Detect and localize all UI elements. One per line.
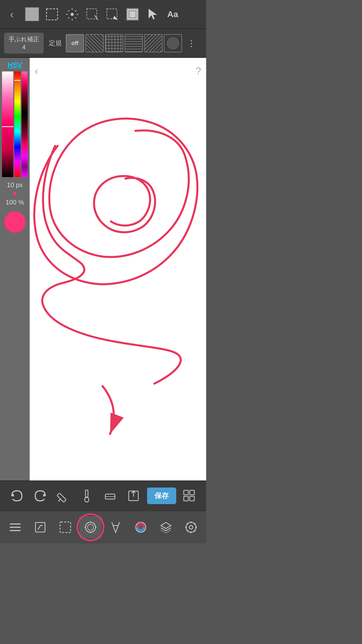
saturation-picker[interactable] [2, 71, 13, 177]
eraser-nav-button[interactable] [79, 516, 102, 539]
svg-point-67 [194, 530, 195, 532]
svg-line-5 [68, 10, 69, 11]
pen-nav-button[interactable] [104, 516, 127, 539]
ruler-off-label: off [71, 40, 78, 47]
svg-rect-37 [184, 496, 188, 501]
svg-point-56 [139, 525, 143, 529]
share-button[interactable] [124, 486, 144, 506]
hue-picker[interactable] [14, 71, 20, 177]
selection-tool[interactable] [43, 6, 61, 23]
svg-point-63 [195, 527, 197, 528]
svg-line-52 [116, 522, 119, 533]
svg-point-20 [170, 41, 175, 46]
save-button[interactable]: 保存 [147, 488, 176, 504]
stabilizer-label: 手ぶれ補正 4 [9, 36, 39, 50]
bottom-action-bar: 保存 [0, 480, 206, 511]
bottom-nav-bar [0, 511, 206, 543]
svg-rect-0 [47, 9, 58, 20]
more-ruler-options-button[interactable]: ⋮ [185, 38, 198, 48]
left-sidebar: HSV 10 px 100 % [0, 58, 30, 480]
lasso-tool[interactable] [104, 6, 121, 23]
svg-line-11 [95, 15, 98, 20]
svg-rect-38 [190, 496, 194, 501]
opacity-label: 100 % [6, 198, 24, 206]
back-button[interactable]: ‹ [3, 6, 21, 23]
svg-rect-36 [190, 490, 194, 495]
transform-tool[interactable] [83, 6, 101, 23]
svg-point-9 [71, 13, 74, 16]
ruler-off-button[interactable]: off [66, 34, 84, 52]
brush-preview [13, 192, 17, 195]
ruler-circle-button[interactable] [164, 34, 182, 52]
svg-rect-35 [184, 490, 188, 495]
color-swatch[interactable] [23, 6, 41, 23]
canvas-help-button[interactable]: ? [196, 65, 201, 77]
svg-rect-42 [35, 522, 45, 532]
ruler-grid-button[interactable] [105, 34, 123, 52]
hsv-label[interactable]: HSV [8, 61, 22, 69]
color-pickers [2, 71, 28, 177]
svg-rect-16 [129, 11, 135, 17]
svg-line-53 [112, 522, 116, 533]
svg-point-19 [169, 39, 177, 47]
svg-point-61 [190, 532, 192, 533]
canvas-back-button[interactable]: ‹ [35, 65, 38, 77]
svg-point-21 [172, 42, 174, 44]
menu-button[interactable] [4, 516, 26, 539]
grid-view-button[interactable] [179, 486, 200, 506]
current-color-swatch[interactable] [4, 211, 26, 233]
svg-line-7 [75, 10, 76, 11]
ruler-diagonal-button[interactable] [85, 34, 104, 52]
ruler-tools: off [66, 34, 182, 52]
redo-button[interactable] [30, 486, 50, 506]
svg-marker-57 [161, 522, 171, 529]
magic-wand-tool[interactable] [63, 6, 81, 23]
selection-nav-button[interactable] [54, 516, 77, 539]
svg-point-59 [189, 526, 193, 529]
drawing-svg [30, 58, 206, 480]
brush-button[interactable] [77, 486, 97, 506]
svg-point-62 [185, 527, 187, 528]
settings-nav-button[interactable] [180, 516, 202, 539]
svg-line-8 [68, 17, 69, 18]
stabilizer-button[interactable]: 手ぶれ補正 4 [4, 33, 44, 53]
svg-marker-17 [149, 9, 157, 19]
ruler-lines-button[interactable] [125, 34, 143, 52]
svg-point-65 [194, 523, 195, 525]
edit-button[interactable] [29, 516, 52, 539]
value-picker[interactable] [22, 71, 28, 177]
svg-line-43 [38, 526, 40, 530]
fill-tool[interactable] [124, 6, 141, 23]
svg-rect-28 [85, 490, 88, 497]
pencil-button[interactable] [54, 486, 74, 506]
text-tool[interactable]: Aa [164, 6, 182, 23]
svg-line-27 [58, 501, 60, 501]
hue-indicator [14, 80, 20, 81]
svg-rect-45 [60, 522, 71, 533]
top-toolbar: ‹ [0, 0, 206, 29]
svg-point-66 [187, 530, 188, 532]
color-picker-nav-button[interactable] [129, 516, 152, 539]
eraser-action-button[interactable] [100, 486, 120, 506]
brush-size-label: 10 px [7, 181, 23, 189]
ruler-crosshatch-button[interactable] [144, 34, 162, 52]
layers-nav-button[interactable] [155, 516, 177, 539]
eraser-highlight-ring [77, 513, 104, 541]
canvas-area[interactable]: ‹ ? [30, 58, 206, 480]
svg-line-6 [75, 17, 76, 18]
svg-line-26 [59, 499, 60, 501]
saturation-indicator [2, 126, 13, 127]
undo-button[interactable] [7, 486, 27, 506]
svg-point-64 [187, 523, 188, 525]
second-toolbar: 手ぶれ補正 4 定規 off ⋮ [0, 29, 206, 58]
ruler-label: 定規 [49, 39, 62, 48]
cursor-tool[interactable] [144, 6, 161, 23]
svg-rect-10 [87, 9, 97, 19]
svg-point-60 [190, 521, 192, 523]
main-area: HSV 10 px 100 % ‹ ? [0, 58, 206, 480]
